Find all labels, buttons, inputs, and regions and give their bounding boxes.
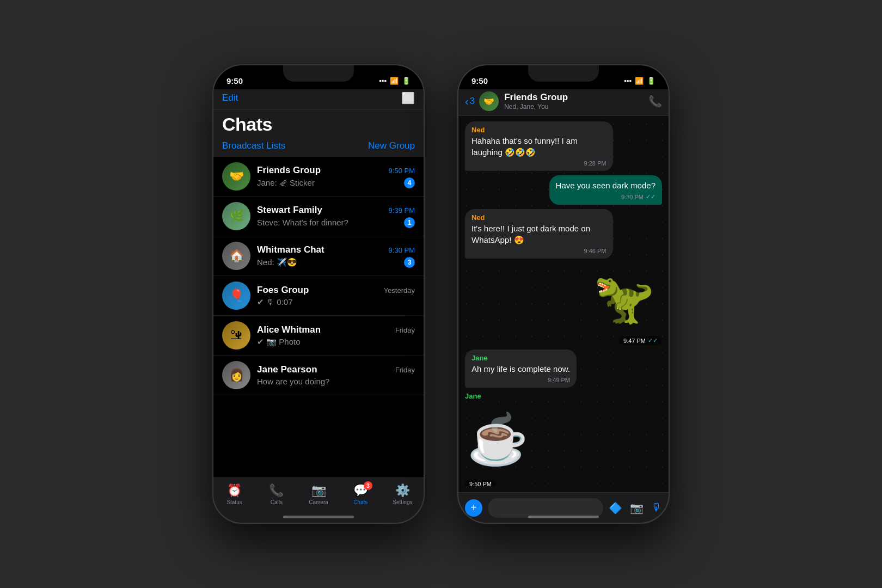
message-input[interactable] <box>488 498 603 518</box>
chat-content: Foes Group Yesterday ✔ 🎙 0:07 <box>257 285 415 307</box>
settings-icon: ⚙️ <box>395 483 410 498</box>
compose-button[interactable]: ⬜ <box>401 91 415 105</box>
tab-settings[interactable]: ⚙️ Settings <box>382 483 424 505</box>
chat-content: Jane Pearson Friday How are you doing? <box>257 364 415 386</box>
unread-badge: 1 <box>404 217 415 228</box>
signal-icon: ▪▪▪ <box>379 77 387 85</box>
sender-name: Ned <box>471 126 607 134</box>
avatar: 🤝 <box>222 162 250 191</box>
camera-button[interactable]: 📷 <box>630 501 644 514</box>
list-item[interactable]: 🏠 Whitmans Chat 9:30 PM Ned: ✈️😎 3 <box>213 236 424 276</box>
left-phone: 9:50 ▪▪▪ 📶 🔋 Edit ⬜ Chats Broadcast List… <box>212 64 425 524</box>
status-bar-right: 9:50 ▪▪▪ 📶 🔋 <box>458 65 669 89</box>
message-time: 9:47 PM <box>623 338 646 344</box>
chat-content: Alice Whitman Friday ✔ 📷 Photo <box>257 324 415 347</box>
group-name: Friends Group <box>504 92 568 103</box>
chats-title-row: Chats <box>213 109 424 137</box>
group-avatar: 🤝 <box>479 91 499 111</box>
sticker-bubble: 🦖 9:47 PM ✓✓ <box>586 263 662 345</box>
new-group-link[interactable]: New Group <box>368 140 415 151</box>
chat-list: 🤝 Friends Group 9:50 PM Jane: 🗞 Sticker … <box>213 157 424 395</box>
chats-title: Chats <box>222 114 415 135</box>
edit-button[interactable]: Edit <box>222 93 238 103</box>
broadcast-lists-link[interactable]: Broadcast Lists <box>222 140 285 151</box>
back-count: 3 <box>470 96 475 107</box>
home-indicator <box>528 516 599 518</box>
message-text: Have you seen dark mode? <box>556 180 656 191</box>
chat-header: Foes Group Yesterday <box>257 285 415 296</box>
tab-camera[interactable]: 📷 Camera <box>297 483 339 505</box>
right-phone: 9:50 ▪▪▪ 📶 🔋 ‹ 3 🤝 Friends Group Ne <box>457 64 670 524</box>
list-item[interactable]: 🏜 Alice Whitman Friday ✔ 📷 Photo <box>213 316 424 356</box>
status-icons-left: ▪▪▪ 📶 🔋 <box>379 77 411 85</box>
chat-name: Friends Group <box>257 165 321 176</box>
message-time: 9:49 PM <box>548 377 570 383</box>
message-time: 9:50 PM <box>469 481 492 486</box>
chat-time: 9:30 PM <box>389 246 415 254</box>
message-item: Have you seen dark mode? 9:30 PM ✓✓ <box>465 175 662 205</box>
chats-nav: Edit ⬜ <box>213 89 424 109</box>
status-bar-left: 9:50 ▪▪▪ 📶 🔋 <box>213 65 424 89</box>
message-ticks: ✓✓ <box>648 337 658 344</box>
chat-header: Whitmans Chat 9:30 PM <box>257 244 415 255</box>
chat-name: Foes Group <box>257 285 309 296</box>
avatar: 🌿 <box>222 202 250 230</box>
battery-icon: 🔋 <box>647 77 656 85</box>
message-item: Jane Ah my life is complete now. 9:49 PM <box>465 350 662 388</box>
message-item: 🦖 9:47 PM ✓✓ <box>465 263 662 345</box>
chat-preview: ✔ 🎙 0:07 <box>257 297 415 307</box>
list-item[interactable]: 👩 Jane Pearson Friday How are you doing? <box>213 356 424 395</box>
tab-chats-badge-container: 💬 3 <box>353 483 368 498</box>
input-actions: 🔷 📷 🎙 <box>609 501 662 514</box>
avatar: 🏜 <box>222 321 250 350</box>
message-time: 9:46 PM <box>584 248 607 254</box>
tab-calls[interactable]: 📞 Calls <box>255 483 297 505</box>
chat-messages: Ned Hahaha that's so funny!! I am laughi… <box>458 116 669 486</box>
preview-text: Ned: ✈️😎 <box>257 258 404 267</box>
sticker-button[interactable]: 🔷 <box>609 501 622 514</box>
message-meta: 9:46 PM <box>471 248 607 254</box>
status-time-right: 9:50 <box>471 76 488 85</box>
calls-icon: 📞 <box>269 483 284 498</box>
camera-icon: 📷 <box>311 483 326 498</box>
tab-camera-label: Camera <box>309 499 328 505</box>
home-indicator <box>283 516 354 518</box>
message-meta: 9:28 PM <box>471 160 607 167</box>
tab-chats[interactable]: 💬 3 Chats <box>340 483 382 505</box>
preview-text: How are you doing? <box>257 377 415 386</box>
tab-chats-label: Chats <box>353 499 367 505</box>
chat-name: Alice Whitman <box>257 324 321 335</box>
chats-links: Broadcast Lists New Group <box>213 137 424 157</box>
sender-name: Jane <box>465 392 530 400</box>
chat-preview: Steve: What's for dinner? 1 <box>257 217 415 228</box>
group-info[interactable]: 🤝 Friends Group Ned, Jane, You <box>479 91 644 111</box>
avatar: 🎈 <box>222 281 250 310</box>
sticker-bubble: Jane ☕ 9:50 PM <box>465 392 530 486</box>
call-button[interactable]: 📞 <box>648 95 662 108</box>
preview-text: ✔ 🎙 0:07 <box>257 297 415 307</box>
status-time-left: 9:50 <box>226 76 243 85</box>
list-item[interactable]: 🌿 Stewart Family 9:39 PM Steve: What's f… <box>213 197 424 236</box>
list-item[interactable]: 🎈 Foes Group Yesterday ✔ 🎙 0:07 <box>213 276 424 316</box>
add-attachment-button[interactable]: + <box>465 499 482 517</box>
battery-icon: 🔋 <box>402 77 411 85</box>
chat-name: Whitmans Chat <box>257 244 324 255</box>
status-icons-right: ▪▪▪ 📶 🔋 <box>624 77 656 85</box>
list-item[interactable]: 🤝 Friends Group 9:50 PM Jane: 🗞 Sticker … <box>213 157 424 197</box>
message-bubble: Ned It's here!! I just got dark mode on … <box>465 209 613 259</box>
message-item: Ned Hahaha that's so funny!! I am laughi… <box>465 121 662 171</box>
chat-preview: Ned: ✈️😎 3 <box>257 257 415 268</box>
chat-preview: ✔ 📷 Photo <box>257 337 415 347</box>
message-text: Ah my life is complete now. <box>471 363 570 375</box>
back-button[interactable]: ‹ 3 <box>465 95 475 108</box>
voice-button[interactable]: 🎙 <box>651 501 662 514</box>
chat-header: Jane Pearson Friday <box>257 364 415 375</box>
message-bubble: Jane Ah my life is complete now. 9:49 PM <box>465 350 577 388</box>
message-bubble: Have you seen dark mode? 9:30 PM ✓✓ <box>549 175 662 205</box>
tab-status[interactable]: ⏰ Status <box>213 483 255 505</box>
message-item: Jane ☕ 9:50 PM <box>465 392 662 486</box>
message-bubble: Ned Hahaha that's so funny!! I am laughi… <box>465 121 613 171</box>
group-members: Ned, Jane, You <box>504 103 568 111</box>
message-item: Ned It's here!! I just got dark mode on … <box>465 209 662 259</box>
message-text: Hahaha that's so funny!! I am laughing 🤣… <box>471 135 607 158</box>
